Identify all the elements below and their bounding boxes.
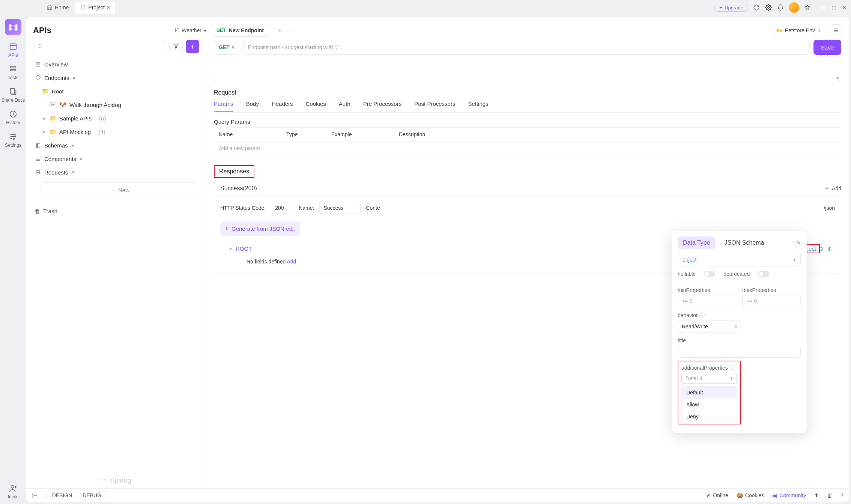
max-properties-input[interactable]: >= 0	[742, 295, 801, 307]
minimize-icon[interactable]: —	[819, 3, 828, 12]
add-param-input[interactable]: Add a new param	[214, 141, 841, 155]
method-select[interactable]: GET ▾	[214, 40, 239, 55]
deprecated-toggle[interactable]	[758, 271, 769, 277]
rail-history[interactable]: History	[6, 110, 20, 125]
add-field-link[interactable]: Add	[287, 259, 296, 265]
popover-close-icon[interactable]: ×	[797, 239, 801, 247]
endpoint-tab-current[interactable]: GET New Endpoint	[211, 24, 269, 37]
environment-picker[interactable]: Pe Petstore Env ▾	[772, 25, 825, 36]
status-online[interactable]: ✔Online	[706, 492, 728, 498]
save-button[interactable]: Save	[813, 40, 841, 55]
behavior-select[interactable]: Read/Write▾	[678, 320, 741, 333]
refresh-icon[interactable]	[753, 4, 760, 11]
type-dropdown[interactable]: object ▾	[678, 253, 801, 266]
mode-design-button[interactable]: DESIGN	[47, 490, 78, 501]
right-panel-toggle[interactable]	[830, 24, 842, 36]
gear-icon[interactable]	[765, 4, 772, 11]
rail-settings[interactable]: Settings	[5, 132, 21, 148]
resize-handle-icon[interactable]: ◢	[836, 75, 839, 79]
help-icon[interactable]: ?	[840, 492, 843, 498]
new-request-button[interactable]: ＋New	[41, 182, 199, 197]
status-community[interactable]: ▣Community	[772, 492, 806, 498]
tab-cookies[interactable]: Cookies	[306, 101, 326, 112]
tree-overview[interactable]: ▤Overview	[33, 58, 199, 71]
bell-icon[interactable]	[777, 4, 784, 11]
description-input[interactable]: ◢	[214, 56, 841, 81]
rail-apis[interactable]: APIs	[8, 42, 18, 58]
tab-body[interactable]: Body	[246, 101, 259, 112]
option-deny[interactable]: Deny	[682, 411, 737, 423]
chevron-down-icon: ▾	[793, 257, 796, 263]
tree-trash[interactable]: 🗑Trash	[33, 205, 199, 217]
sharedocs-icon	[9, 87, 18, 96]
query-params-label: Query Params	[214, 119, 841, 125]
schema-root[interactable]: ROOT	[236, 245, 252, 252]
filter-icon	[173, 43, 179, 50]
trash-icon[interactable]: 🗑	[827, 492, 832, 498]
response-name-label: Name:	[299, 205, 314, 211]
rail-sharedocs[interactable]: Share Docs	[2, 87, 25, 103]
maximize-icon[interactable]: ▢	[829, 3, 838, 12]
popover-tab-datatype[interactable]: Data Type	[678, 236, 716, 249]
nullable-toggle[interactable]	[704, 271, 715, 277]
tree-endpoints[interactable]: ⎔Endpoints▸	[33, 71, 199, 84]
tab-preproc[interactable]: Pre Processors	[363, 101, 402, 112]
title-input[interactable]	[678, 345, 801, 358]
chevron-down-icon[interactable]: ▾	[229, 246, 232, 252]
help-icon[interactable]: ⓘ	[699, 312, 705, 319]
generate-from-json-button[interactable]: ⌗Generate from JSON etc.	[220, 221, 300, 236]
plus-icon: ＋	[110, 187, 116, 194]
search-input[interactable]	[33, 40, 166, 53]
add-response-button[interactable]: ＋Add	[824, 185, 841, 192]
collapse-left-icon[interactable]: |←	[32, 492, 38, 498]
branch-picker[interactable]: Weather ▾	[174, 27, 206, 34]
url-input[interactable]: Endpoint path - suggest starting with "/…	[243, 40, 810, 55]
add-icon[interactable]: ⊕	[827, 246, 832, 252]
filter-button[interactable]	[169, 40, 183, 53]
option-allow[interactable]: Allow	[682, 399, 737, 411]
close-icon[interactable]: ×	[107, 5, 110, 11]
tab-params[interactable]: Params	[214, 101, 233, 112]
new-tab-button[interactable]: ＋	[274, 24, 286, 36]
tab-settings[interactable]: Settings	[468, 101, 488, 112]
pin-icon[interactable]	[804, 4, 811, 11]
tab-postproc[interactable]: Post Processors	[414, 101, 455, 112]
svg-point-1	[768, 7, 770, 9]
help-icon[interactable]: ⓘ	[729, 364, 735, 371]
close-window-icon[interactable]: ✕	[840, 3, 849, 12]
tree-api-mocking[interactable]: ▸📁API Mocking (4)	[33, 125, 199, 138]
tree-schemas[interactable]: ◧Schemas▸	[33, 139, 199, 152]
tree-sample-apis[interactable]: ▸📁Sample APIs (6)	[33, 112, 199, 125]
remove-icon[interactable]: ⊖	[819, 246, 824, 252]
option-default[interactable]: Default	[682, 387, 737, 399]
upgrade-button[interactable]: ✦ Upgrade	[714, 4, 748, 12]
avatar[interactable]	[789, 2, 799, 13]
tree-walkthrough[interactable]: M🐶Walk through Apidog	[33, 98, 199, 111]
additional-properties-highlight: additionalPropertiesⓘ Default ▾ Default …	[678, 361, 741, 424]
tree-components[interactable]: ≣Components▸	[33, 152, 199, 165]
popover-tab-jsonschema[interactable]: JSON Schema	[719, 236, 770, 249]
rail-invite[interactable]: Invite	[8, 484, 19, 499]
add-button[interactable]: ＋	[186, 40, 199, 53]
status-cookies[interactable]: 🍪Cookies	[737, 492, 764, 498]
tab-auth[interactable]: Auth	[339, 101, 350, 112]
method-chip: GET	[217, 28, 226, 33]
mode-debug-button[interactable]: DEBUG	[77, 490, 107, 501]
additional-properties-menu: Default Allow Deny	[681, 386, 737, 423]
min-properties-input[interactable]: >= 0	[678, 295, 736, 307]
response-name-input[interactable]: Success	[319, 202, 361, 214]
tree-root[interactable]: 📁Root	[33, 85, 199, 98]
top-tab-home[interactable]: Home	[41, 2, 74, 14]
response-tab-success[interactable]: Success(200)	[214, 181, 263, 196]
additional-properties-select[interactable]: Default ▾	[681, 373, 737, 384]
top-tab-project[interactable]: Project ×	[75, 2, 115, 14]
search-icon	[37, 44, 42, 50]
chevron-down-icon: ▾	[204, 27, 206, 33]
tab-headers[interactable]: Headers	[272, 101, 293, 112]
rail-tests[interactable]: Tests	[8, 65, 18, 80]
http-code-input[interactable]: 200	[271, 202, 293, 214]
upload-icon[interactable]: ⬆	[814, 492, 819, 498]
tab-more-icon[interactable]: ···	[290, 27, 295, 33]
tree-requests[interactable]: ⊞Requests▾	[33, 166, 199, 179]
brand-logo[interactable]	[5, 19, 21, 35]
